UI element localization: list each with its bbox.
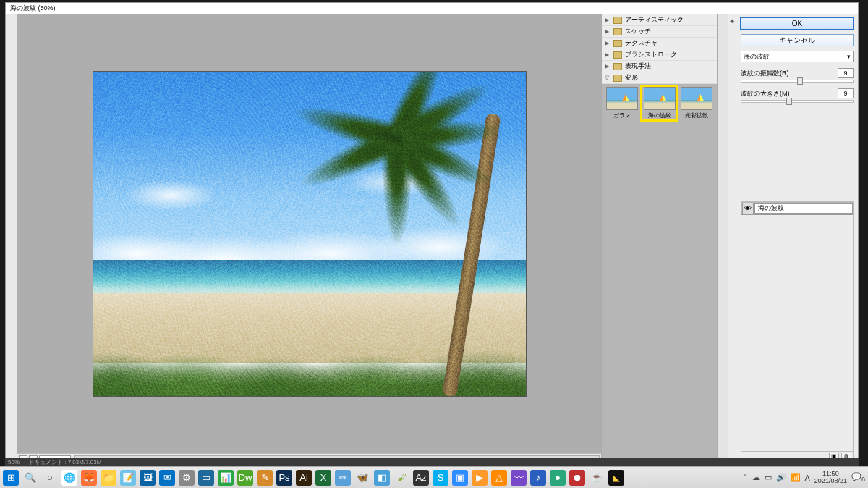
folder-icon <box>613 28 622 35</box>
category-artistic[interactable]: ▶アーティスティック <box>602 14 717 26</box>
taskbar-app-icon[interactable]: ▶ <box>472 470 488 486</box>
tray-clock[interactable]: 11:50 2021/08/21 <box>814 471 847 485</box>
taskbar-app-icon[interactable]: ✎ <box>257 470 273 486</box>
taskbar-app-icon[interactable]: 🖼 <box>140 470 156 486</box>
filter-thumb-diffuse-glow[interactable]: 光彩拡散 <box>679 87 714 119</box>
taskbar-app-icon[interactable]: 〰 <box>511 470 527 486</box>
category-sketch[interactable]: ▶スケッチ <box>602 26 717 38</box>
param-ripple-magnitude: 波紋の大きさ(M) <box>741 88 854 103</box>
taskbar-app-icon[interactable]: 📝 <box>120 470 136 486</box>
folder-icon <box>613 51 622 59</box>
status-zoom: 50% <box>8 459 20 466</box>
taskbar-app-icon[interactable]: 📁 <box>101 470 116 486</box>
category-label: アーティスティック <box>625 15 684 25</box>
folder-icon <box>613 17 622 24</box>
folder-icon <box>613 40 622 47</box>
folder-icon <box>613 63 622 70</box>
category-stylize[interactable]: ▶表現手法 <box>602 61 717 72</box>
status-doc: ドキュメント : 7.03M/7.03M <box>28 458 101 466</box>
param-label: 波紋の振幅数(R) <box>741 69 789 78</box>
tray-volume-icon[interactable]: 🔊 <box>776 473 786 482</box>
param-input[interactable] <box>838 88 854 98</box>
filter-thumb-ocean-ripple[interactable]: 海の波紋 <box>642 87 677 119</box>
taskbar-app-icon[interactable]: ▣ <box>452 470 468 486</box>
taskbar-app-icon[interactable]: Az <box>413 470 429 486</box>
taskbar-app-icon[interactable]: X <box>315 470 331 486</box>
taskbar-app-icon[interactable]: ⏺ <box>569 470 585 486</box>
effect-layer-row[interactable]: 👁 海の波紋 <box>741 202 853 215</box>
thumb-label: ガラス <box>613 112 631 119</box>
thumb-label: 海の波紋 <box>648 112 671 119</box>
taskbar-app-icon[interactable]: 🖌 <box>393 470 409 486</box>
system-tray[interactable]: ˄ ☁ ▭ 🔊 📶 A 11:50 2021/08/21 💬6 <box>744 471 865 485</box>
collapse-settings[interactable]: ✦ <box>728 14 736 465</box>
taskbar-app-icon[interactable]: 📊 <box>218 470 234 486</box>
category-texture[interactable]: ▶テクスチャ <box>602 38 717 49</box>
thumb-label: 光彩拡散 <box>685 112 708 119</box>
taskbar-app-icon[interactable]: ● <box>550 470 566 486</box>
canvas-scroll[interactable] <box>17 14 601 453</box>
ok-button[interactable]: OK <box>741 17 854 30</box>
dropdown-value: 海の波紋 <box>744 52 770 62</box>
taskbar-app-icon[interactable]: ◧ <box>374 470 390 486</box>
chevron-down-icon: ▾ <box>847 53 851 60</box>
tray-chevron-icon[interactable]: ˄ <box>744 473 748 482</box>
taskbar-app-icon[interactable]: S <box>433 470 448 486</box>
category-list[interactable]: ▶アーティスティック ▶スケッチ ▶テクスチャ ▶ブラシストローク ▶表現手法 … <box>602 14 717 84</box>
ruler-left: 止 <box>6 14 17 465</box>
param-slider[interactable] <box>741 80 854 83</box>
taskbar-app-icon[interactable]: 🦊 <box>81 470 97 486</box>
folder-icon <box>613 75 622 82</box>
taskbar-app-icon[interactable]: 🦋 <box>354 470 370 486</box>
effect-layer-name: 海の波紋 <box>754 203 853 214</box>
taskbar-app-icon[interactable]: ▭ <box>198 470 214 486</box>
canvas <box>93 71 527 397</box>
filter-gallery-pane: ▶アーティスティック ▶スケッチ ▶テクスチャ ▶ブラシストローク ▶表現手法 … <box>602 14 718 465</box>
tray-battery-icon[interactable]: ▭ <box>765 473 772 482</box>
category-label: 表現手法 <box>625 62 651 71</box>
category-label: テクスチャ <box>625 38 658 48</box>
param-ripple-size: 波紋の振幅数(R) <box>741 68 854 83</box>
filter-thumbnails: ガラス 海の波紋 光彩拡散 <box>602 84 717 465</box>
taskbar-app-icon[interactable]: ♪ <box>530 470 546 486</box>
taskbar-app-icon[interactable]: ⚙ <box>179 470 195 486</box>
settings-pane: OK キャンセル 海の波紋 ▾ 波紋の振幅数(R) 波紋の大きさ(M) 👁 海の… <box>736 14 858 465</box>
visibility-icon[interactable]: 👁 <box>742 203 754 214</box>
category-label: スケッチ <box>625 27 651 36</box>
tray-wifi-icon[interactable]: 📶 <box>791 473 801 482</box>
taskbar-app-icon[interactable]: 🌐 <box>61 470 77 486</box>
taskbar-app-icon[interactable]: Ps <box>276 470 292 486</box>
taskbar-app-icon[interactable]: ⊞ <box>3 470 19 486</box>
taskbar-app-icon[interactable]: Dw <box>237 470 253 486</box>
taskbar-app-icon[interactable]: 🔍 <box>22 470 38 486</box>
tray-ime-icon[interactable]: A <box>805 474 810 482</box>
filter-thumb-glass[interactable]: ガラス <box>605 87 639 119</box>
category-label: ブラシストローク <box>625 50 677 59</box>
preview-pane: − + <box>17 14 602 465</box>
category-brushstroke[interactable]: ▶ブラシストローク <box>602 49 717 61</box>
taskbar-app-icon[interactable]: Ai <box>296 470 312 486</box>
taskbar-app-icon[interactable]: ○ <box>42 470 58 486</box>
cancel-button[interactable]: キャンセル <box>741 34 854 46</box>
param-input[interactable] <box>838 68 854 78</box>
filter-gallery-window: 海の波紋 (50%) 止 <box>5 2 859 466</box>
param-label: 波紋の大きさ(M) <box>741 89 790 98</box>
taskbar-app-icon[interactable]: ✏ <box>335 470 351 486</box>
window-title: 海の波紋 (50%) <box>10 4 56 13</box>
taskbar-app-icon[interactable]: ☕ <box>589 470 605 486</box>
effect-layers: 👁 海の波紋 ▣ 🗑 <box>741 201 854 462</box>
filter-dropdown[interactable]: 海の波紋 ▾ <box>741 51 854 62</box>
category-distort[interactable]: ▽変形 <box>602 72 717 84</box>
taskbar[interactable]: ⊞🔍○🌐🦊📁📝🖼✉⚙▭📊Dw✎PsAiX✏🦋◧🖌AzS▣▶△〰♪●⏺☕◣ ˄ ☁… <box>0 466 868 488</box>
taskbar-app-icon[interactable]: △ <box>491 470 507 486</box>
taskbar-app-icon[interactable]: ◣ <box>608 470 624 486</box>
param-slider[interactable] <box>741 100 854 103</box>
titlebar[interactable]: 海の波紋 (50%) <box>6 3 858 14</box>
category-label: 変形 <box>625 73 638 83</box>
gallery-scrollbar[interactable] <box>718 14 728 465</box>
tray-cloud-icon[interactable]: ☁ <box>752 473 760 482</box>
tray-notifications-icon[interactable]: 💬6 <box>851 472 865 483</box>
taskbar-app-icon[interactable]: ✉ <box>159 470 175 486</box>
clock-date: 2021/08/21 <box>814 478 847 485</box>
app-statusbar: 50% ドキュメント : 7.03M/7.03M <box>5 458 859 466</box>
